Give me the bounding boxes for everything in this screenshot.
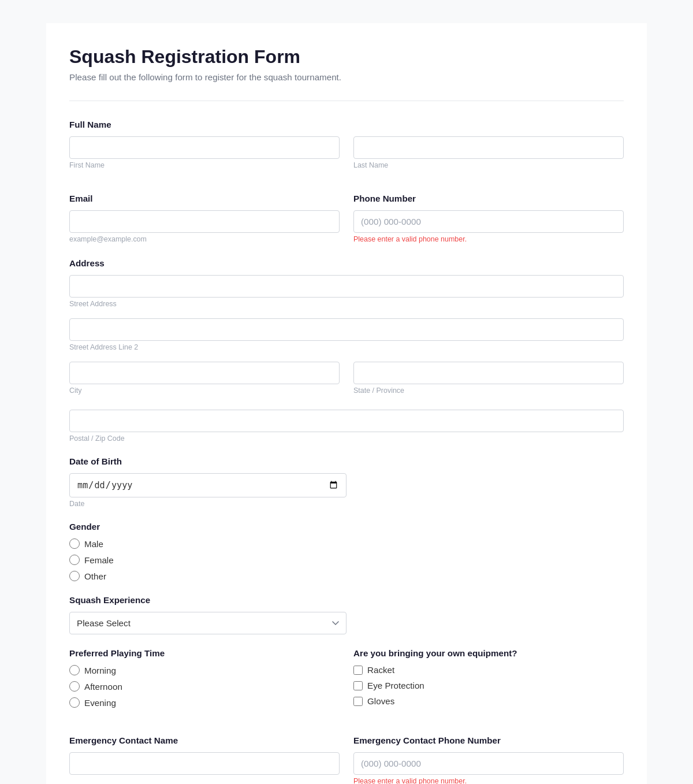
emergency-phone-hint: Please enter a valid phone number. [353, 777, 624, 784]
time-morning-radio[interactable] [69, 665, 80, 675]
equipment-racket-label: Racket [367, 665, 394, 675]
city-group: City [69, 362, 340, 395]
divider [69, 101, 624, 101]
time-afternoon-label: Afternoon [84, 682, 122, 692]
experience-section: Squash Experience Please Select Beginner… [69, 595, 624, 634]
equipment-eye-option[interactable]: Eye Protection [353, 681, 624, 690]
gender-male-label: Male [84, 539, 103, 549]
first-name-hint: First Name [69, 161, 340, 169]
time-evening-label: Evening [84, 698, 116, 708]
emergency-phone-input[interactable] [353, 752, 624, 775]
dob-input[interactable] [69, 473, 346, 497]
phone-label: Phone Number [353, 194, 624, 203]
form-container: Squash Registration Form Please fill out… [46, 23, 647, 784]
page-title: Squash Registration Form [69, 46, 624, 68]
gender-male-option[interactable]: Male [69, 538, 624, 549]
preferred-time-col: Preferred Playing Time Morning Afternoon… [69, 648, 340, 722]
full-name-section: Full Name First Name Last Name [69, 120, 624, 180]
gender-female-radio[interactable] [69, 555, 80, 565]
gender-female-label: Female [84, 555, 114, 565]
postal-hint: Postal / Zip Code [69, 434, 624, 443]
dob-group: Date [69, 473, 346, 508]
address-section: Address Street Address Street Address Li… [69, 258, 624, 443]
first-name-input[interactable] [69, 136, 340, 159]
equipment-eye-label: Eye Protection [367, 681, 424, 690]
gender-other-radio[interactable] [69, 571, 80, 581]
gender-radio-group: Male Female Other [69, 538, 624, 581]
city-hint: City [69, 387, 340, 395]
emergency-name-group: Emergency Contact Name [69, 735, 340, 784]
phone-group: Phone Number Please enter a valid phone … [353, 194, 624, 243]
postal-group: Postal / Zip Code [69, 410, 624, 443]
email-phone-row: Email example@example.com Phone Number P… [69, 194, 624, 254]
equipment-gloves-checkbox[interactable] [353, 697, 363, 706]
email-hint: example@example.com [69, 235, 340, 243]
time-afternoon-radio[interactable] [69, 681, 80, 692]
last-name-hint: Last Name [353, 161, 624, 169]
gender-other-label: Other [84, 571, 106, 581]
email-group: Email example@example.com [69, 194, 340, 243]
postal-input[interactable] [69, 410, 624, 432]
full-name-label: Full Name [69, 120, 624, 129]
last-name-input[interactable] [353, 136, 624, 159]
equipment-racket-checkbox[interactable] [353, 666, 363, 675]
gender-section: Gender Male Female Other [69, 522, 624, 581]
street2-input[interactable] [69, 318, 624, 341]
emergency-phone-group: Emergency Contact Phone Number Please en… [353, 735, 624, 784]
equipment-racket-option[interactable]: Racket [353, 665, 624, 675]
full-name-row: First Name Last Name [69, 136, 624, 180]
state-input[interactable] [353, 362, 624, 384]
email-label: Email [69, 194, 340, 203]
equipment-gloves-label: Gloves [367, 696, 394, 706]
phone-hint: Please enter a valid phone number. [353, 235, 624, 243]
phone-input[interactable] [353, 210, 624, 233]
time-evening-option[interactable]: Evening [69, 697, 340, 708]
equipment-label: Are you bringing your own equipment? [353, 648, 624, 658]
street1-input[interactable] [69, 275, 624, 298]
street1-hint: Street Address [69, 300, 624, 308]
last-name-group: Last Name [353, 136, 624, 169]
emergency-name-label: Emergency Contact Name [69, 735, 340, 745]
gender-label: Gender [69, 522, 624, 532]
emergency-phone-label: Emergency Contact Phone Number [353, 735, 624, 745]
time-morning-label: Morning [84, 666, 116, 675]
time-equipment-row: Preferred Playing Time Morning Afternoon… [69, 648, 624, 722]
time-morning-option[interactable]: Morning [69, 665, 340, 675]
dob-section: Date of Birth Date [69, 456, 624, 508]
equipment-col: Are you bringing your own equipment? Rac… [353, 648, 624, 722]
emergency-row: Emergency Contact Name Emergency Contact… [69, 735, 624, 784]
street2-group: Street Address Line 2 [69, 318, 624, 351]
dob-hint: Date [69, 500, 346, 508]
address-label: Address [69, 258, 624, 268]
time-afternoon-option[interactable]: Afternoon [69, 681, 340, 692]
equipment-eye-checkbox[interactable] [353, 681, 363, 690]
city-state-row: City State / Province [69, 362, 624, 405]
gender-male-radio[interactable] [69, 538, 80, 549]
street2-hint: Street Address Line 2 [69, 343, 624, 351]
time-evening-radio[interactable] [69, 697, 80, 708]
form-subtitle: Please fill out the following form to re… [69, 72, 624, 82]
experience-select[interactable]: Please Select Beginner Intermediate Adva… [69, 612, 346, 634]
preferred-time-label: Preferred Playing Time [69, 648, 340, 658]
equipment-gloves-option[interactable]: Gloves [353, 696, 624, 706]
preferred-time-radio-group: Morning Afternoon Evening [69, 665, 340, 708]
first-name-group: First Name [69, 136, 340, 169]
registration-form: Full Name First Name Last Name Email exa… [69, 120, 624, 784]
street1-group: Street Address [69, 275, 624, 308]
experience-label: Squash Experience [69, 595, 624, 605]
state-group: State / Province [353, 362, 624, 395]
state-hint: State / Province [353, 387, 624, 395]
experience-group: Please Select Beginner Intermediate Adva… [69, 612, 346, 634]
city-input[interactable] [69, 362, 340, 384]
gender-female-option[interactable]: Female [69, 555, 624, 565]
emergency-name-input[interactable] [69, 752, 340, 775]
gender-other-option[interactable]: Other [69, 571, 624, 581]
email-input[interactable] [69, 210, 340, 233]
dob-label: Date of Birth [69, 456, 624, 466]
